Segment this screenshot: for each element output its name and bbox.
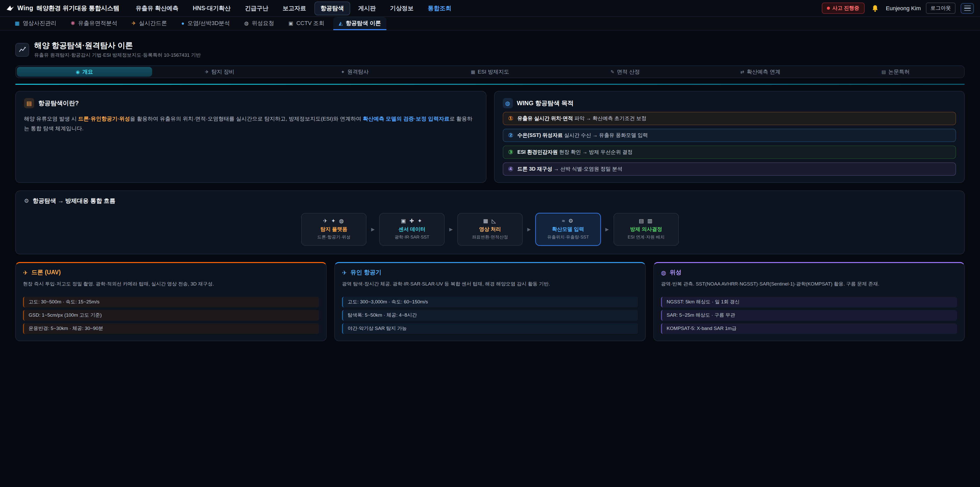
nav-board[interactable]: 게시판 bbox=[352, 1, 382, 15]
purpose-item-4: ④ 드론 3D 재구성 → 선박 식별·오염원 정밀 분석 bbox=[503, 163, 956, 176]
sensor-icons: ▣ ✚ ✦ bbox=[384, 217, 440, 224]
decision-icons: ▤ ▥ bbox=[618, 217, 674, 224]
purpose-card: ◍ WING 항공탐색 목적 ① 유출유 실시간 위치·면적 파악 → 확산예측… bbox=[494, 91, 965, 183]
intro-title: 항공탐색이란? bbox=[38, 99, 79, 107]
aircraft-card-title: 유인 항공기 bbox=[350, 269, 381, 276]
logo-text: Wing bbox=[18, 5, 33, 12]
nav-weather-info[interactable]: 기상정보 bbox=[384, 1, 420, 15]
gear-icon: ⚙ bbox=[24, 198, 29, 204]
purpose-title: WING 항공탐색 목적 bbox=[517, 99, 574, 107]
satellite-spec-ngsst: NGSST: 5km 해상도 · 일 1회 갱신 bbox=[661, 297, 957, 308]
aircraft-spec-altitude: 고도: 300~3,000m · 속도: 60~150m/s bbox=[342, 297, 638, 308]
model-icons: ≈ ⚙ bbox=[540, 217, 596, 224]
wing-logo-icon bbox=[6, 4, 14, 12]
subnav-image-photo-mgmt[interactable]: ▦ 영상사진관리 bbox=[9, 17, 62, 30]
logout-button[interactable]: 로그아웃 bbox=[926, 3, 956, 14]
arrow-icon: ▶ bbox=[449, 227, 453, 232]
palette-icon: ❋ bbox=[71, 20, 75, 26]
nav-hns-air-diffusion[interactable]: HNS·대기확산 bbox=[186, 1, 237, 15]
drone-card: ✈ 드론 (UAV) 현장 즉시 투입·저고도 정밀 촬영. 광학·적외선 카메… bbox=[15, 262, 327, 341]
aircraft-spec-width: 탐색폭: 5~50km · 체공: 4~8시간 bbox=[342, 310, 638, 321]
menu-toggle-button[interactable] bbox=[961, 3, 974, 14]
flow-step-sensor-data[interactable]: ▣ ✚ ✦ 센서 데이터 광학·IR·SAR·SST bbox=[379, 213, 445, 246]
drone-spec-range: 운용반경: 5~30km · 체공: 30~90분 bbox=[23, 323, 319, 334]
arrow-icon: ▶ bbox=[527, 227, 531, 232]
processing-icons: ▦ ◺ bbox=[462, 217, 518, 224]
subnav-aerial-theory[interactable]: ◭ 항공탐색 이론 bbox=[333, 17, 387, 30]
cctv-icon: ▣ bbox=[288, 20, 293, 26]
incident-status-badge[interactable]: 사고 진행중 bbox=[821, 3, 864, 14]
main-nav: 유출유 확산예측 HNS·대기확산 긴급구난 보고자료 항공탐색 게시판 기상정… bbox=[130, 1, 458, 15]
flow-step-image-processing[interactable]: ▦ ◺ 영상 처리 좌표변환·면적산정 bbox=[457, 213, 523, 246]
page-header-radar-icon bbox=[15, 43, 29, 57]
nav-aerial-search[interactable]: 항공탐색 bbox=[314, 1, 350, 15]
intro-paragraph: 해양 유류오염 발생 시 드론·유인항공기·위성을 활용하여 유출유의 위치·면… bbox=[24, 114, 477, 133]
aircraft-spec-sar: 야간·악기상 SAR 탐지 가능 bbox=[342, 323, 638, 334]
notification-bell-icon[interactable] bbox=[870, 3, 881, 14]
theory-tabbar: ◉개요 ✈탐지 장비 ✦원격탐사 ▦ESI 방제지도 ✎면적 산정 ⇄확산예측 … bbox=[15, 65, 965, 78]
subnav-cctv-view[interactable]: ▣ CCTV 조회 bbox=[283, 17, 330, 30]
alert-dot-icon bbox=[827, 6, 830, 10]
satellite-icon: ◍ bbox=[503, 98, 513, 108]
satellite-spec-sar: SAR: 5~25m 해상도 · 구름 무관 bbox=[661, 310, 957, 321]
flow-step-detection-platform[interactable]: ✈ ✦ ◍ 탐지 플랫폼 드론·항공기·위성 bbox=[301, 213, 366, 246]
drone-description: 현장 즉시 투입·저고도 정밀 촬영. 광학·적외선 카메라 탑재, 실시간 영… bbox=[23, 280, 319, 294]
main-content: 해양 항공탐색·원격탐사 이론 유출유 원격탐지·항공감시 기법·ESI 방제정… bbox=[0, 30, 980, 341]
satellite-description: 광역·반복 관측. SST(NOAA AVHRR·NGSST)·SAR(Sent… bbox=[661, 280, 957, 294]
app-logo[interactable]: Wing 해양환경 위기대응 통합시스템 bbox=[6, 4, 119, 13]
droplet-icon: ● bbox=[181, 20, 184, 26]
page-title: 해양 항공탐색·원격탐사 이론 bbox=[34, 41, 200, 51]
flow-step-model-input[interactable]: ≈ ⚙ 확산모델 입력 유출위치·유출량·SST bbox=[535, 213, 601, 246]
chart-icon: ◭ bbox=[339, 20, 342, 26]
drone-icon: ✈ bbox=[132, 20, 136, 26]
tab-prediction-link[interactable]: ⇄확산예측 연계 bbox=[693, 67, 828, 77]
tab-esi-map[interactable]: ▦ESI 방제지도 bbox=[422, 67, 558, 77]
flow-steps: ✈ ✦ ◍ 탐지 플랫폼 드론·항공기·위성 ▶ ▣ ✚ ✦ 센서 데이터 광학… bbox=[24, 213, 956, 246]
subnav-realtime-drone[interactable]: ✈ 실시간드론 bbox=[126, 17, 173, 30]
tab-remote-sensing[interactable]: ✦원격탐사 bbox=[287, 67, 422, 77]
satellite-card-title: 위성 bbox=[670, 269, 681, 276]
app-title: 해양환경 위기대응 통합시스템 bbox=[36, 4, 119, 13]
subnav-oil-area-analysis[interactable]: ❋ 유출유면적분석 bbox=[65, 17, 123, 30]
platform-icons: ✈ ✦ ◍ bbox=[306, 217, 362, 224]
intro-card: ▤ 항공탐색이란? 해양 유류오염 발생 시 드론·유인항공기·위성을 활용하여… bbox=[15, 91, 486, 183]
sub-navbar: ▦ 영상사진관리 ❋ 유출유면적분석 ✈ 실시간드론 ● 오염/선박3D분석 ◍… bbox=[0, 17, 980, 30]
nav-integrated-search[interactable]: 통합조회 bbox=[422, 1, 457, 15]
tab-overview[interactable]: ◉개요 bbox=[17, 67, 152, 77]
section-divider bbox=[15, 84, 965, 85]
subnav-pollution-ship-3d[interactable]: ● 오염/선박3D분석 bbox=[176, 17, 235, 30]
flow-card: ⚙ 항공탐색 → 방제대응 통합 흐름 ✈ ✦ ◍ 탐지 플랫폼 드론·항공기·… bbox=[15, 190, 965, 254]
arrow-icon: ▶ bbox=[605, 227, 609, 232]
nav-report-data[interactable]: 보고자료 bbox=[277, 1, 312, 15]
aircraft-icon: ✈ bbox=[342, 269, 347, 276]
page-header: 해양 항공탐색·원격탐사 이론 유출유 원격탐지·항공감시 기법·ESI 방제정… bbox=[15, 41, 965, 59]
image-icon: ▦ bbox=[15, 20, 20, 26]
nav-oil-spill-diffusion[interactable]: 유출유 확산예측 bbox=[130, 1, 185, 15]
satellite-card: ◍ 위성 광역·반복 관측. SST(NOAA AVHRR·NGSST)·SAR… bbox=[653, 262, 965, 341]
incident-status-label: 사고 진행중 bbox=[832, 5, 859, 12]
drone-spec-altitude: 고도: 30~500m · 속도: 15~25m/s bbox=[23, 297, 319, 308]
page-subtitle: 유출유 원격탐지·항공감시 기법·ESI 방제정보지도·등록특허 10-1567… bbox=[34, 52, 200, 59]
satellite-spec-kompsat: KOMPSAT-5: X-band SAR 1m급 bbox=[661, 323, 957, 334]
arrow-icon: ▶ bbox=[371, 227, 375, 232]
clipboard-icon: ▤ bbox=[24, 98, 34, 108]
drone-icon: ✈ bbox=[23, 269, 28, 276]
satellite-icon: ◍ bbox=[244, 20, 248, 26]
subnav-satellite-request[interactable]: ◍ 위성요청 bbox=[239, 17, 280, 30]
nav-emergency-rescue[interactable]: 긴급구난 bbox=[239, 1, 274, 15]
aircraft-card: ✈ 유인 항공기 광역 탐색·장시간 체공. 광학·IR·SAR·SLAR·UV… bbox=[334, 262, 646, 341]
drone-card-title: 드론 (UAV) bbox=[32, 269, 61, 276]
flow-title: 항공탐색 → 방제대응 통합 흐름 bbox=[33, 197, 116, 205]
purpose-item-1: ① 유출유 실시간 위치·면적 파악 → 확산예측 초기조건 보정 bbox=[503, 112, 956, 125]
purpose-item-3: ③ ESI 환경민감자원 현장 확인 → 방제 우선순위 결정 bbox=[503, 145, 956, 159]
drone-spec-gsd: GSD: 1~5cm/px (100m 고도 기준) bbox=[23, 310, 319, 321]
tab-area-calculation[interactable]: ✎면적 산정 bbox=[558, 67, 693, 77]
tab-detection-equipment[interactable]: ✈탐지 장비 bbox=[152, 67, 287, 77]
flow-step-response-decision[interactable]: ▤ ▥ 방제 의사결정 ESI 연계·자원 배치 bbox=[614, 213, 679, 246]
top-navbar: Wing 해양환경 위기대응 통합시스템 유출유 확산예측 HNS·대기확산 긴… bbox=[0, 0, 980, 17]
user-name: Eunjeong Kim bbox=[886, 5, 921, 11]
aircraft-description: 광역 탐색·장시간 체공. 광학·IR·SAR·SLAR·UV 등 복합 센서 … bbox=[342, 280, 638, 294]
satellite-icon: ◍ bbox=[661, 269, 666, 276]
tab-papers-patents[interactable]: ▤논문특허 bbox=[828, 67, 963, 77]
purpose-item-2: ② 수온(SST) 위성자료 실시간 수신 → 유출유 풍화모델 입력 bbox=[503, 129, 956, 142]
